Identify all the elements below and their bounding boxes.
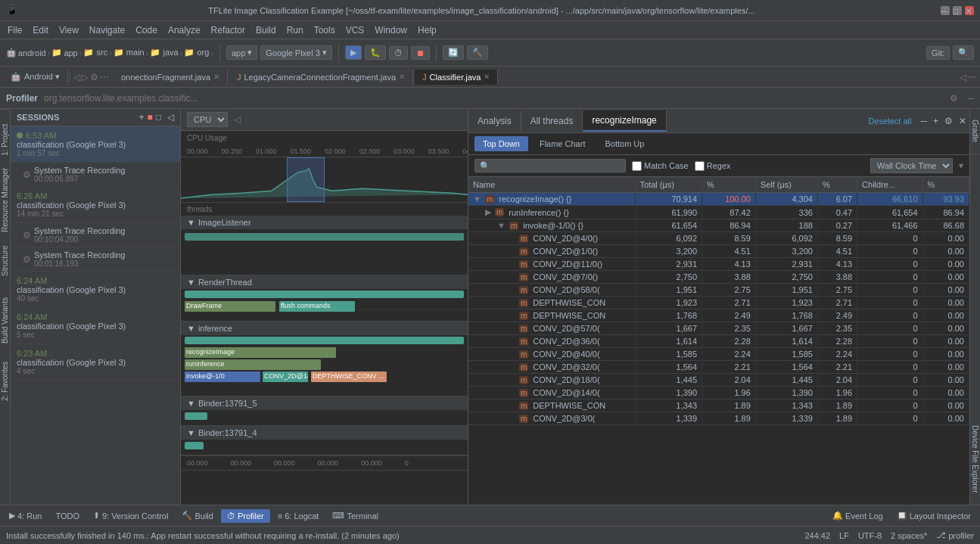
table-row[interactable]: mCONV_2D@7/0()2,7503.882,7503.8800.00 [468, 271, 969, 284]
gradle-label[interactable]: Gradle [971, 109, 979, 154]
cpu-nav-back[interactable]: ◁ [234, 114, 241, 125]
table-row[interactable]: mDEPTHWISE_CON1,3431.891,3431.8900.00 [468, 399, 969, 412]
tab-android[interactable]: 🤖 Android ▾ [3, 69, 68, 85]
deselect-all-button[interactable]: Deselect all [863, 113, 918, 129]
sessions-kill-button[interactable]: □ [156, 112, 161, 123]
regex-checkbox[interactable] [695, 161, 705, 171]
bc-main[interactable]: 📁 main [114, 48, 145, 58]
thread-inference-header[interactable]: ▼ inference [181, 322, 468, 335]
tab-classifier-close[interactable]: ✕ [484, 73, 490, 81]
profile-button[interactable]: ⏱ [389, 46, 408, 60]
regex-option[interactable]: Regex [695, 161, 731, 171]
analysis-tab-recognize-image[interactable]: recognizeImage [583, 110, 666, 132]
expand-icon[interactable]: + [930, 114, 941, 128]
menu-file[interactable]: File [3, 23, 26, 37]
expand-arrow[interactable]: ▶ [485, 207, 491, 217]
settings-icon[interactable]: ⚙ [941, 114, 956, 128]
status-indent[interactable]: 2 spaces* [891, 531, 927, 540]
thread-renderthread-header[interactable]: ▼ RenderThread [181, 275, 468, 289]
tab-icon-dots[interactable]: ⋯ [100, 72, 109, 82]
run-button[interactable]: ▶ [345, 45, 362, 60]
menu-analyze[interactable]: Analyze [163, 23, 205, 37]
menu-build[interactable]: Build [251, 23, 281, 37]
tab-connection-close[interactable]: ✕ [213, 73, 219, 81]
table-row[interactable]: ▼minvoke@-1/0() {}61,65486.941880.2761,4… [468, 219, 969, 232]
btm-layout-inspector-tab[interactable]: 🔲 Layout Inspector [891, 508, 977, 523]
menu-refactor[interactable]: Refactor [207, 23, 250, 37]
filter-input[interactable] [474, 159, 626, 173]
table-row[interactable]: mCONV_2D@1/0()3,2004.513,2004.5100.00 [468, 245, 969, 258]
table-row[interactable]: mDEPTHWISE_CON1,7682.491,7682.4900.00 [468, 309, 969, 322]
table-row[interactable]: mCONV_2D@18/0(1,4452.041,4452.0400.00 [468, 374, 969, 387]
app-selector-button[interactable]: app ▾ [226, 45, 257, 60]
analysis-tab-analysis[interactable]: Analysis [468, 111, 521, 131]
session-sub-3[interactable]: ⚙ System Trace Recording 00:01:16.193 [11, 247, 180, 272]
table-row[interactable]: mCONV_2D@4/0()6,0928.596,0928.5900.00 [468, 232, 969, 245]
col-self-us[interactable]: Self (μs) [755, 177, 817, 193]
btm-logcat-tab[interactable]: ≡ 6: Logcat [272, 509, 325, 523]
status-position[interactable]: 244:42 [804, 531, 830, 540]
minimize-button[interactable]: ─ [941, 6, 950, 15]
tabs-recent-button[interactable]: ◁ [960, 72, 966, 82]
tab-icon-settings[interactable]: ⚙ [90, 72, 98, 82]
col-name[interactable]: Name [468, 177, 635, 193]
menu-run[interactable]: Run [282, 23, 308, 37]
menu-tools[interactable]: Tools [310, 23, 340, 37]
device-selector-button[interactable]: Google Pixel 3 ▾ [260, 45, 332, 60]
analysis-tab-all-threads[interactable]: All threads [521, 111, 583, 131]
thread-imagelistener-header[interactable]: ▼ ImageListener [181, 216, 468, 229]
table-row[interactable]: mCONV_2D@58/0(1,9512.751,9512.7500.00 [468, 284, 969, 297]
tab-classifier[interactable]: J Classifier.java ✕ [415, 70, 498, 85]
bc-org[interactable]: 📁 org [184, 48, 209, 58]
cpu-selector[interactable]: CPU [187, 112, 228, 127]
table-row[interactable]: ▶mrunInference() {}61,99087.423360.4761,… [468, 206, 969, 219]
sessions-add-button[interactable]: + [138, 112, 144, 123]
build-variants-label[interactable]: Build Variants [1, 291, 9, 351]
btm-profiler-tab[interactable]: ⏱ Profiler [221, 509, 270, 523]
close-button[interactable]: ✕ [965, 6, 974, 15]
menu-code[interactable]: Code [131, 23, 162, 37]
stop-button[interactable]: ⏹ [411, 46, 430, 60]
session-sub-1[interactable]: ⚙ System Trace Recording 00:00:05.897 [11, 163, 180, 187]
col-total-pct[interactable]: % [702, 177, 756, 193]
bc-android[interactable]: 🤖 android [6, 48, 46, 58]
sessions-stop-button[interactable]: ■ [148, 112, 153, 123]
col-children-pct[interactable]: % [922, 177, 969, 193]
session-item-6[interactable]: 6:23 AM classification (Google Pixel 3) … [11, 344, 180, 381]
maximize-button[interactable]: □ [953, 6, 962, 15]
bc-java[interactable]: 📁 java [150, 48, 178, 58]
view-tab-bottom-up[interactable]: Bottom Up [596, 136, 652, 151]
git-button[interactable]: Git: [926, 46, 950, 60]
tab-icon-prev[interactable]: ◁ [73, 72, 80, 82]
col-self-pct[interactable]: % [817, 177, 857, 193]
profiler-minimize-icon[interactable]: ─ [967, 93, 974, 104]
expand-arrow[interactable]: ▼ [473, 194, 481, 204]
menu-navigate[interactable]: Navigate [85, 23, 129, 37]
sessions-back-button[interactable]: ◁ [167, 112, 174, 123]
table-row[interactable]: mCONV_2D@36/0(1,6142.281,6142.2800.00 [468, 335, 969, 348]
menu-view[interactable]: View [54, 23, 83, 37]
table-row[interactable]: ▼mrecognizeImage() {}70,914100.004,3046.… [468, 193, 969, 206]
btm-event-log-tab[interactable]: 🔔 Event Log [826, 508, 889, 523]
device-file-explorer-label[interactable]: Device File Explorer [971, 414, 979, 505]
tab-legacy-camera[interactable]: J LegacyCameraConnectionFragment.java ✕ [229, 70, 413, 85]
col-children[interactable]: Childre... [857, 177, 922, 193]
table-row[interactable]: mCONV_2D@14/0(1,3901.961,3901.9600.00 [468, 387, 969, 399]
build-button[interactable]: 🔨 [467, 45, 488, 60]
btm-run-tab[interactable]: ▶ 4: Run [3, 508, 48, 523]
table-row[interactable]: mCONV_2D@11/0()2,9314.132,9314.1300.00 [468, 258, 969, 271]
match-case-checkbox[interactable] [632, 161, 642, 171]
thread-binder4-header[interactable]: ▼ Binder:13791_4 [181, 426, 468, 440]
view-tab-flame-chart[interactable]: Flame Chart [531, 136, 594, 151]
tab-legacy-close[interactable]: ✕ [399, 73, 405, 81]
debug-button[interactable]: 🐛 [365, 45, 386, 60]
close-panel-icon[interactable]: ✕ [956, 114, 969, 128]
session-sub-2[interactable]: ⚙ System Trace Recording 00:10:04.200 [11, 223, 180, 247]
menu-help[interactable]: Help [413, 23, 441, 37]
expand-arrow[interactable]: ▼ [497, 221, 506, 230]
resource-manager-label[interactable]: Resource Manager [1, 169, 9, 230]
project-panel-label[interactable]: 1: Project [1, 109, 9, 169]
btm-build-tab[interactable]: 🔨 Build [176, 508, 219, 523]
match-case-option[interactable]: Match Case [632, 161, 689, 171]
session-item-5[interactable]: 6:24 AM classification (Google Pixel 3) … [11, 308, 180, 344]
